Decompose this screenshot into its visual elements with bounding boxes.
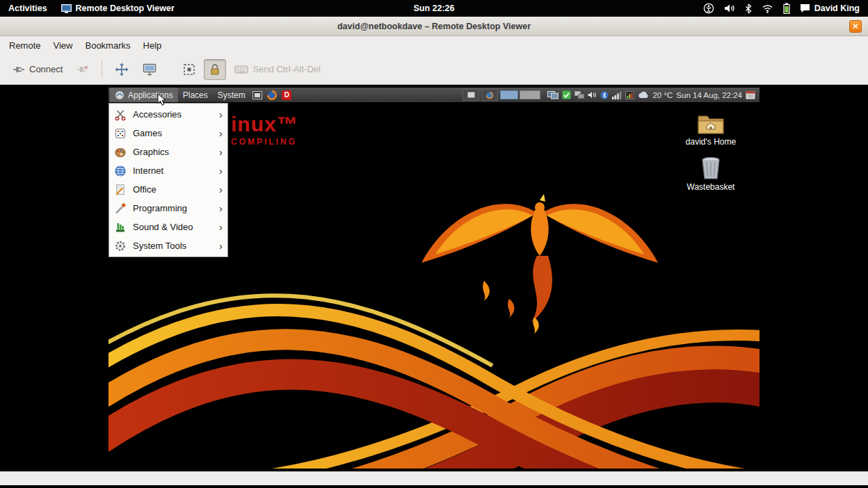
menu-item-system-tools[interactable]: System Tools xyxy=(109,236,227,255)
window-menubar: Remote View Bookmarks Help xyxy=(0,36,868,54)
menu-view[interactable]: View xyxy=(47,38,79,54)
desktop-icons: david's Home Wastebasket xyxy=(676,113,746,192)
window-toolbar: Connect xyxy=(0,54,868,85)
menu-item-internet[interactable]: Internet xyxy=(109,161,227,180)
user-name: David King xyxy=(814,3,860,13)
submenu-arrow-icon xyxy=(219,128,223,138)
sound-video-icon xyxy=(114,221,127,234)
wastebasket-icon xyxy=(700,156,721,180)
system-monitor-icon[interactable] xyxy=(625,91,634,99)
battery-icon[interactable] xyxy=(783,3,790,14)
menu-item-graphics[interactable]: Graphics xyxy=(109,143,227,161)
shell-app-title: Remote Desktop Viewer xyxy=(76,3,175,13)
system-tray: 20 °C Sun 14 Aug, 22:24 xyxy=(545,90,758,99)
app-window-icon xyxy=(61,4,72,13)
home-desktop-icon[interactable]: david's Home xyxy=(686,113,736,147)
panel-menu-places-label: Places xyxy=(183,90,208,100)
d-launcher[interactable]: D xyxy=(280,88,294,101)
panel-menu-system[interactable]: System xyxy=(213,88,250,102)
menu-item-sound-video[interactable]: Sound & Video xyxy=(109,218,227,236)
disconnect-icon xyxy=(77,64,89,75)
panel-bluetooth-icon[interactable] xyxy=(600,91,609,99)
lock-icon xyxy=(209,63,220,76)
menu-help[interactable]: Help xyxy=(137,38,168,54)
accessibility-icon[interactable] xyxy=(703,3,714,14)
user-menu[interactable]: David King xyxy=(800,3,860,13)
menu-item-label: Games xyxy=(133,128,162,138)
view-only-toggle-button[interactable] xyxy=(204,59,226,80)
internet-icon xyxy=(114,165,127,177)
screenshot-launcher-icon xyxy=(252,91,262,99)
connect-label: Connect xyxy=(29,64,63,74)
window-title: david@netbookdave – Remote Desktop Viewe… xyxy=(337,22,531,31)
submenu-arrow-icon xyxy=(219,165,223,176)
menu-item-office[interactable]: Office xyxy=(109,180,227,199)
submenu-arrow-icon xyxy=(219,241,223,251)
wastebasket-desktop-icon[interactable]: Wastebasket xyxy=(687,156,735,192)
browser-launcher[interactable] xyxy=(266,88,279,101)
window-list-item-2[interactable] xyxy=(481,89,498,101)
close-button[interactable] xyxy=(849,20,862,33)
scaling-toggle-button[interactable] xyxy=(177,59,201,80)
menu-item-programming[interactable]: Programming xyxy=(109,199,227,218)
panel-menu-system-label: System xyxy=(218,90,246,100)
submenu-arrow-icon xyxy=(219,109,223,120)
submenu-arrow-icon xyxy=(219,184,223,195)
window-titlebar[interactable]: david@netbookdave – Remote Desktop Viewe… xyxy=(0,17,868,36)
panel-menu-places[interactable]: Places xyxy=(178,88,213,102)
scaling-icon xyxy=(183,63,195,76)
applications-menu-icon xyxy=(115,90,124,100)
window-list-item-1[interactable] xyxy=(463,89,479,101)
activities-button[interactable]: Activities xyxy=(8,3,47,13)
panel-menu-applications[interactable]: Applications xyxy=(110,88,178,102)
tray-calendar-icon[interactable] xyxy=(746,90,755,99)
remote-desktop-viewer-window: david@netbookdave – Remote Desktop Viewe… xyxy=(0,17,868,485)
accessories-icon xyxy=(114,108,127,121)
send-ctrl-alt-del-label: Send Ctrl-Alt-Del xyxy=(252,64,321,74)
temperature-label[interactable]: 20 °C xyxy=(652,91,673,99)
vnc-viewport: inux™ COMPILING Applications Places Syst… xyxy=(0,85,868,471)
volume-icon[interactable] xyxy=(724,3,735,13)
signal-bars-icon[interactable] xyxy=(612,91,622,99)
screenshot-launcher[interactable] xyxy=(251,88,264,101)
activities-label: Activities xyxy=(8,3,47,13)
bluetooth-icon[interactable] xyxy=(745,3,752,14)
wastebasket-icon-label: Wastebasket xyxy=(687,182,735,192)
toolbar-separator-1 xyxy=(102,61,102,78)
window-list-item-2-icon xyxy=(486,92,493,99)
connect-icon xyxy=(13,64,25,75)
updates-ok-icon[interactable] xyxy=(562,90,571,99)
menu-item-label: Internet xyxy=(133,165,163,176)
panel-volume-icon[interactable] xyxy=(588,91,597,99)
applications-menu: Accessories Games Graphics xyxy=(108,103,228,257)
screenshot-button[interactable] xyxy=(137,59,162,80)
top-bar-right: David King xyxy=(703,3,868,14)
games-icon xyxy=(114,127,127,140)
shell-app-menu[interactable]: Remote Desktop Viewer xyxy=(61,3,175,13)
weather-cloud-icon[interactable] xyxy=(638,91,649,99)
menu-bookmarks[interactable]: Bookmarks xyxy=(79,38,136,54)
chat-bubble-icon xyxy=(800,3,810,13)
remote-panel: Applications Places System xyxy=(108,88,760,102)
menu-remote[interactable]: Remote xyxy=(3,38,47,54)
home-icon-label: david's Home xyxy=(686,137,736,147)
disconnect-button[interactable] xyxy=(71,60,95,79)
menu-item-label: Office xyxy=(133,184,156,195)
menu-item-games[interactable]: Games xyxy=(109,124,227,143)
fullscreen-button[interactable] xyxy=(109,58,134,81)
office-icon xyxy=(114,184,127,196)
panel-clock[interactable]: Sun 14 Aug, 22:24 xyxy=(676,91,742,99)
connect-button[interactable]: Connect xyxy=(7,60,68,79)
top-bar-left: Activities Remote Desktop Viewer xyxy=(0,3,175,13)
workspace-pager-active[interactable] xyxy=(500,90,518,99)
network-icon[interactable] xyxy=(574,91,584,99)
submenu-arrow-icon xyxy=(219,203,223,213)
fullscreen-arrows-icon xyxy=(115,63,129,76)
shell-clock[interactable]: Sun 22:26 xyxy=(413,3,454,13)
dual-display-icon[interactable] xyxy=(547,91,558,99)
wifi-icon[interactable] xyxy=(762,4,773,13)
workspace-pager-inactive[interactable] xyxy=(520,90,540,99)
send-ctrl-alt-del-button[interactable]: Send Ctrl-Alt-Del xyxy=(229,60,326,79)
menu-item-accessories[interactable]: Accessories xyxy=(109,105,227,124)
remote-screen[interactable]: inux™ COMPILING Applications Places Syst… xyxy=(108,88,760,469)
